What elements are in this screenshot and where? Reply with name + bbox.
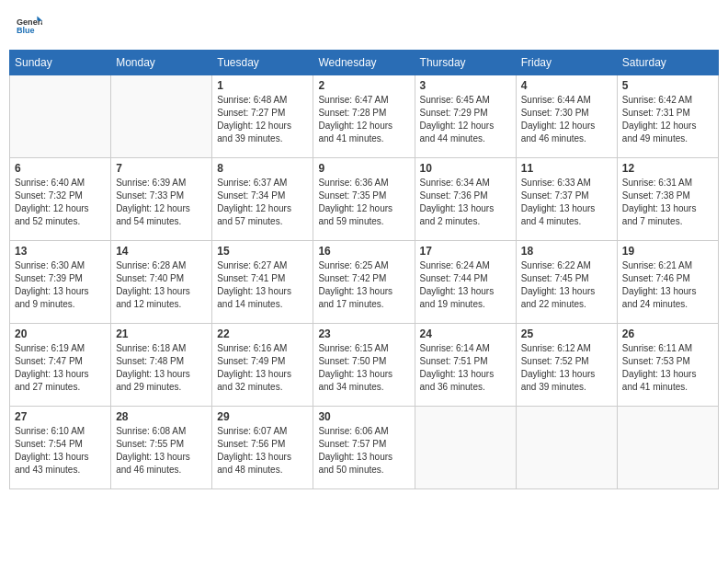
calendar-week-row: 20Sunrise: 6:19 AMSunset: 7:47 PMDayligh… (10, 324, 719, 407)
day-number: 19 (622, 245, 713, 258)
day-detail: Sunrise: 6:44 AMSunset: 7:30 PMDaylight:… (521, 94, 612, 145)
day-detail: Sunrise: 6:24 AMSunset: 7:44 PMDaylight:… (420, 259, 511, 311)
calendar-cell: 13Sunrise: 6:30 AMSunset: 7:39 PMDayligh… (10, 241, 111, 324)
day-detail: Sunrise: 6:21 AMSunset: 7:46 PMDaylight:… (622, 259, 713, 311)
calendar-week-row: 6Sunrise: 6:40 AMSunset: 7:32 PMDaylight… (10, 158, 719, 241)
logo-icon: General Blue (17, 13, 42, 39)
day-detail: Sunrise: 6:07 AMSunset: 7:56 PMDaylight:… (217, 425, 308, 477)
day-number: 9 (318, 162, 409, 175)
day-detail: Sunrise: 6:47 AMSunset: 7:28 PMDaylight:… (318, 94, 409, 145)
calendar-cell: 3Sunrise: 6:45 AMSunset: 7:29 PMDaylight… (415, 75, 516, 158)
day-number: 18 (521, 245, 612, 258)
calendar-week-row: 13Sunrise: 6:30 AMSunset: 7:39 PMDayligh… (10, 241, 719, 324)
day-number: 2 (318, 79, 409, 92)
calendar-cell (10, 75, 111, 158)
day-number: 28 (116, 410, 207, 423)
day-number: 17 (420, 245, 511, 258)
calendar-cell: 25Sunrise: 6:12 AMSunset: 7:52 PMDayligh… (516, 324, 617, 407)
calendar-cell: 14Sunrise: 6:28 AMSunset: 7:40 PMDayligh… (111, 241, 212, 324)
day-detail: Sunrise: 6:27 AMSunset: 7:41 PMDaylight:… (217, 259, 308, 311)
calendar-cell: 2Sunrise: 6:47 AMSunset: 7:28 PMDaylight… (313, 75, 415, 158)
day-number: 15 (217, 245, 308, 258)
calendar-cell: 24Sunrise: 6:14 AMSunset: 7:51 PMDayligh… (415, 324, 516, 407)
day-number: 5 (622, 79, 713, 92)
calendar-cell: 7Sunrise: 6:39 AMSunset: 7:33 PMDaylight… (111, 158, 212, 241)
column-header-thursday: Thursday (415, 51, 516, 75)
day-detail: Sunrise: 6:48 AMSunset: 7:27 PMDaylight:… (217, 94, 308, 145)
calendar-cell: 17Sunrise: 6:24 AMSunset: 7:44 PMDayligh… (415, 241, 516, 324)
day-number: 24 (420, 327, 511, 340)
calendar-cell: 22Sunrise: 6:16 AMSunset: 7:49 PMDayligh… (212, 324, 313, 407)
day-detail: Sunrise: 6:19 AMSunset: 7:47 PMDaylight:… (15, 342, 106, 394)
column-header-tuesday: Tuesday (212, 51, 313, 75)
calendar-cell: 16Sunrise: 6:25 AMSunset: 7:42 PMDayligh… (313, 241, 415, 324)
day-detail: Sunrise: 6:10 AMSunset: 7:54 PMDaylight:… (15, 425, 106, 477)
day-detail: Sunrise: 6:34 AMSunset: 7:36 PMDaylight:… (420, 177, 511, 228)
calendar-cell: 12Sunrise: 6:31 AMSunset: 7:38 PMDayligh… (617, 158, 718, 241)
day-number: 8 (217, 162, 308, 175)
calendar-cell: 8Sunrise: 6:37 AMSunset: 7:34 PMDaylight… (212, 158, 313, 241)
day-number: 10 (420, 162, 511, 175)
day-number: 20 (15, 327, 106, 340)
calendar-table: SundayMondayTuesdayWednesdayThursdayFrid… (9, 50, 719, 489)
calendar-cell: 29Sunrise: 6:07 AMSunset: 7:56 PMDayligh… (212, 407, 313, 489)
day-number: 6 (15, 162, 106, 175)
day-number: 4 (521, 79, 612, 92)
day-detail: Sunrise: 6:22 AMSunset: 7:45 PMDaylight:… (521, 259, 612, 311)
day-detail: Sunrise: 6:31 AMSunset: 7:38 PMDaylight:… (622, 177, 713, 228)
calendar-cell: 10Sunrise: 6:34 AMSunset: 7:36 PMDayligh… (415, 158, 516, 241)
day-number: 26 (622, 327, 713, 340)
column-header-wednesday: Wednesday (313, 51, 415, 75)
day-detail: Sunrise: 6:39 AMSunset: 7:33 PMDaylight:… (116, 177, 207, 228)
calendar-cell (516, 407, 617, 489)
calendar-cell: 9Sunrise: 6:36 AMSunset: 7:35 PMDaylight… (313, 158, 415, 241)
calendar-cell: 23Sunrise: 6:15 AMSunset: 7:50 PMDayligh… (313, 324, 415, 407)
day-detail: Sunrise: 6:14 AMSunset: 7:51 PMDaylight:… (420, 342, 511, 394)
column-header-monday: Monday (111, 51, 212, 75)
calendar-cell: 6Sunrise: 6:40 AMSunset: 7:32 PMDaylight… (10, 158, 111, 241)
calendar-cell: 21Sunrise: 6:18 AMSunset: 7:48 PMDayligh… (111, 324, 212, 407)
day-number: 25 (521, 327, 612, 340)
calendar-week-row: 27Sunrise: 6:10 AMSunset: 7:54 PMDayligh… (10, 407, 719, 489)
day-number: 27 (15, 410, 106, 423)
calendar-cell: 30Sunrise: 6:06 AMSunset: 7:57 PMDayligh… (313, 407, 415, 489)
day-detail: Sunrise: 6:42 AMSunset: 7:31 PMDaylight:… (622, 94, 713, 145)
day-detail: Sunrise: 6:15 AMSunset: 7:50 PMDaylight:… (318, 342, 409, 394)
svg-text:Blue: Blue (17, 26, 35, 35)
day-detail: Sunrise: 6:40 AMSunset: 7:32 PMDaylight:… (15, 177, 106, 228)
calendar-cell: 11Sunrise: 6:33 AMSunset: 7:37 PMDayligh… (516, 158, 617, 241)
calendar-cell: 18Sunrise: 6:22 AMSunset: 7:45 PMDayligh… (516, 241, 617, 324)
day-number: 7 (116, 162, 207, 175)
day-number: 16 (318, 245, 409, 258)
calendar-cell (111, 75, 212, 158)
day-number: 11 (521, 162, 612, 175)
day-detail: Sunrise: 6:12 AMSunset: 7:52 PMDaylight:… (521, 342, 612, 394)
day-detail: Sunrise: 6:06 AMSunset: 7:57 PMDaylight:… (318, 425, 409, 477)
column-header-sunday: Sunday (10, 51, 111, 75)
day-number: 13 (15, 245, 106, 258)
page-header: General Blue (9, 9, 719, 42)
day-number: 3 (420, 79, 511, 92)
calendar-cell: 26Sunrise: 6:11 AMSunset: 7:53 PMDayligh… (617, 324, 718, 407)
day-detail: Sunrise: 6:37 AMSunset: 7:34 PMDaylight:… (217, 177, 308, 228)
day-detail: Sunrise: 6:36 AMSunset: 7:35 PMDaylight:… (318, 177, 409, 228)
day-detail: Sunrise: 6:33 AMSunset: 7:37 PMDaylight:… (521, 177, 612, 228)
calendar-cell: 27Sunrise: 6:10 AMSunset: 7:54 PMDayligh… (10, 407, 111, 489)
day-number: 22 (217, 327, 308, 340)
calendar-cell: 28Sunrise: 6:08 AMSunset: 7:55 PMDayligh… (111, 407, 212, 489)
day-detail: Sunrise: 6:25 AMSunset: 7:42 PMDaylight:… (318, 259, 409, 311)
day-detail: Sunrise: 6:28 AMSunset: 7:40 PMDaylight:… (116, 259, 207, 311)
day-detail: Sunrise: 6:30 AMSunset: 7:39 PMDaylight:… (15, 259, 106, 311)
column-header-saturday: Saturday (617, 51, 718, 75)
calendar-cell (617, 407, 718, 489)
calendar-cell: 15Sunrise: 6:27 AMSunset: 7:41 PMDayligh… (212, 241, 313, 324)
day-number: 14 (116, 245, 207, 258)
calendar-header-row: SundayMondayTuesdayWednesdayThursdayFrid… (10, 51, 719, 75)
calendar-cell: 1Sunrise: 6:48 AMSunset: 7:27 PMDaylight… (212, 75, 313, 158)
calendar-cell: 19Sunrise: 6:21 AMSunset: 7:46 PMDayligh… (617, 241, 718, 324)
column-header-friday: Friday (516, 51, 617, 75)
day-number: 1 (217, 79, 308, 92)
day-number: 23 (318, 327, 409, 340)
day-number: 30 (318, 410, 409, 423)
day-detail: Sunrise: 6:08 AMSunset: 7:55 PMDaylight:… (116, 425, 207, 477)
